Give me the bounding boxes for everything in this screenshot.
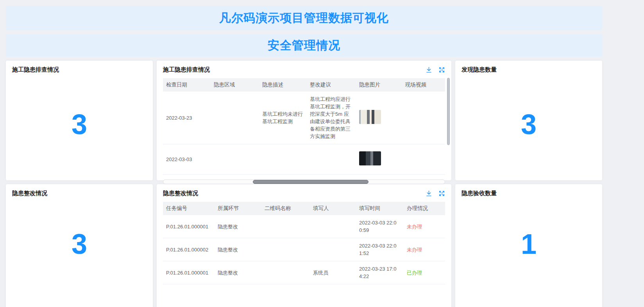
status-badge: 未办理 (404, 215, 445, 238)
stat-card-acceptance-count: 隐患验收数量 1 (455, 184, 602, 307)
stat-value-inspection: 3 (72, 108, 87, 140)
inspection-table-row: 2022-03-03 (163, 144, 445, 175)
cell-task-no: P.01.26.01.000002 (163, 238, 215, 261)
card-header: 隐患整改情况 (163, 190, 445, 197)
column-header-qr-name: 二维码名称 (261, 202, 310, 215)
stat-value-acceptance: 1 (521, 228, 537, 260)
cell-hazard-image (356, 92, 402, 144)
stat-value-wrap: 3 (462, 74, 596, 175)
column-header-hazard-image: 隐患图片 (356, 78, 402, 92)
rectify-table-row: P.01.26.01.000001 隐患整改 2022-03-03 22:00:… (163, 215, 445, 238)
status-badge: 未办理 (404, 238, 445, 261)
stat-card-title: 隐患整改情况 (12, 190, 147, 197)
cell-hazard-desc: 基坑工程均未进行基坑工程监测 (259, 92, 307, 144)
cell-suggestion (307, 144, 356, 175)
cell-suggestion: 基坑工程均应进行基坑工程监测，开挖深度大于5m 应由建设单位委托具备相应资质的第… (307, 92, 356, 144)
fullscreen-expand-icon[interactable] (438, 66, 445, 73)
inspection-table: 检查日期 隐患区域 隐患描述 整改建议 隐患图片 现场视频 2022-03-23… (163, 78, 445, 175)
stat-value-wrap: 3 (12, 74, 147, 175)
cell-stage: 隐患整改 (215, 261, 261, 284)
cell-fill-time: 2022-03-03 22:00:59 (356, 215, 404, 238)
cell-filler: 系统员 (310, 261, 356, 284)
cell-filler (310, 215, 356, 238)
cell-stage: 隐患整改 (215, 215, 261, 238)
cell-hazard-area (211, 92, 259, 144)
inspection-table-row: 2022-03-23 基坑工程均未进行基坑工程监测 基坑工程均应进行基坑工程监测… (163, 92, 445, 144)
column-header-task-no: 任务编号 (163, 202, 215, 215)
stat-value-found-hazards: 3 (521, 108, 537, 140)
cell-fill-time: 2022-03-23 17:04:22 (356, 261, 404, 284)
main-title-banner: 凡尔码演示项目管理数据可视化 (6, 6, 602, 31)
stat-value-wrap: 3 (12, 197, 147, 307)
cell-filler (310, 238, 356, 261)
stat-card-title: 隐患验收数量 (462, 190, 596, 197)
cell-task-no: P.01.26.01.000001 (163, 261, 215, 284)
card-toolbar (426, 190, 445, 197)
rectify-table-title: 隐患整改情况 (163, 190, 198, 197)
column-header-check-date: 检查日期 (163, 78, 211, 92)
section-title-banner: 安全管理情况 (6, 34, 602, 57)
cell-site-video (402, 92, 445, 144)
cell-check-date: 2022-03-23 (163, 92, 211, 144)
rectify-table: 任务编号 所属环节 二维码名称 填写人 填写时间 办理情况 P.01.26.01… (163, 202, 445, 284)
page-title: 凡尔码演示项目管理数据可视化 (219, 10, 389, 26)
cell-hazard-image (356, 144, 402, 175)
inspection-table-card: 施工隐患排查情况 (157, 61, 451, 180)
dashboard: 凡尔码演示项目管理数据可视化 安全管理情况 施工隐患排查情况 3 施工隐患排查情… (6, 6, 602, 307)
status-badge: 已办理 (404, 261, 445, 284)
column-header-site-video: 现场视频 (402, 78, 445, 92)
stat-card-title: 施工隐患排查情况 (12, 66, 147, 74)
stat-card-inspection-count: 施工隐患排查情况 3 (6, 61, 153, 180)
rectify-table-row: P.01.26.01.000002 隐患整改 2022-03-03 22:01:… (163, 238, 445, 261)
column-header-fill-time: 填写时间 (356, 202, 404, 215)
horizontal-scrollbar[interactable] (163, 180, 445, 184)
stat-card-found-hazards: 发现隐患数量 3 (455, 61, 602, 180)
rectify-table-card: 隐患整改情况 (157, 184, 451, 307)
cell-hazard-area (211, 144, 259, 175)
column-header-status: 办理情况 (404, 202, 445, 215)
cell-check-date: 2022-03-03 (163, 144, 211, 175)
section-title: 安全管理情况 (268, 38, 340, 54)
cell-task-no: P.01.26.01.000001 (163, 215, 215, 238)
stat-card-rectify-count: 隐患整改情况 3 (6, 184, 153, 307)
horizontal-scrollbar-thumb[interactable] (253, 180, 369, 184)
stat-value-wrap: 1 (462, 197, 596, 307)
column-header-suggestion: 整改建议 (307, 78, 356, 92)
hazard-image-thumbnail[interactable] (359, 110, 381, 124)
download-icon[interactable] (426, 66, 432, 73)
hazard-image-thumbnail[interactable] (359, 151, 381, 165)
cell-site-video (402, 144, 445, 175)
stat-card-title: 发现隐患数量 (462, 66, 596, 74)
cell-hazard-desc (259, 144, 307, 175)
row-rectification: 隐患整改情况 3 隐患整改情况 (6, 184, 602, 307)
column-header-filler: 填写人 (310, 202, 356, 215)
column-header-stage: 所属环节 (215, 202, 261, 215)
inspection-table-title: 施工隐患排查情况 (163, 66, 210, 74)
vertical-scrollbar-thumb[interactable] (447, 78, 450, 145)
cell-qr-name (261, 261, 310, 284)
cell-stage: 隐患整改 (215, 238, 261, 261)
rectify-table-row: P.01.26.01.000001 隐患整改 系统员 2022-03-23 17… (163, 261, 445, 284)
cell-qr-name (261, 238, 310, 261)
column-header-hazard-area: 隐患区域 (211, 78, 259, 92)
card-toolbar (426, 66, 445, 73)
inspection-table-header-row: 检查日期 隐患区域 隐患描述 整改建议 隐患图片 现场视频 (163, 78, 445, 92)
cell-fill-time: 2022-03-03 22:01:52 (356, 238, 404, 261)
row-inspection: 施工隐患排查情况 3 施工隐患排查情况 (6, 61, 602, 180)
cell-qr-name (261, 215, 310, 238)
card-header: 施工隐患排查情况 (163, 66, 445, 74)
fullscreen-expand-icon[interactable] (438, 190, 445, 197)
rectify-table-header-row: 任务编号 所属环节 二维码名称 填写人 填写时间 办理情况 (163, 202, 445, 215)
download-icon[interactable] (426, 190, 432, 197)
stat-value-rectify: 3 (72, 228, 87, 260)
column-header-hazard-desc: 隐患描述 (259, 78, 307, 92)
